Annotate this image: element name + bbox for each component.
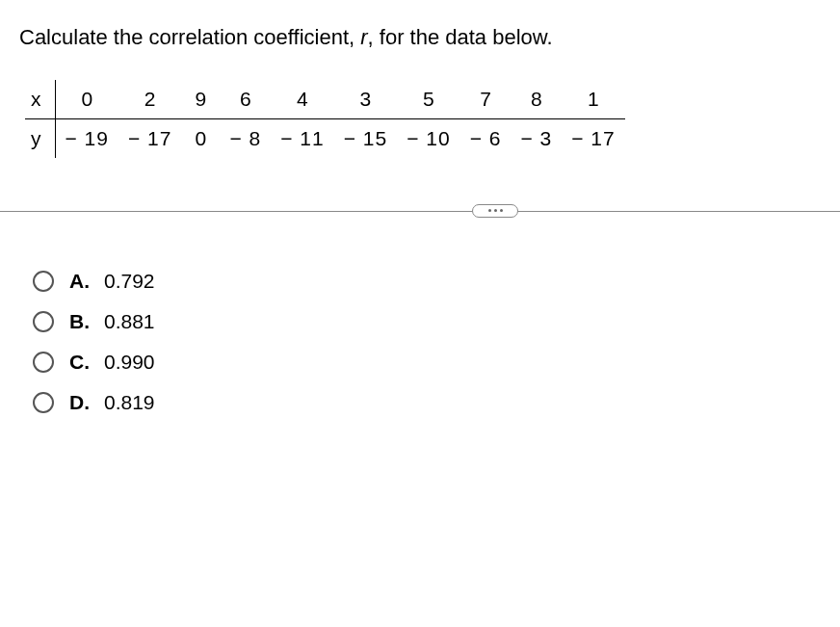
option-value: 0.792	[104, 270, 155, 293]
question-text: Calculate the correlation coefficient, r…	[19, 23, 821, 53]
dot-icon	[494, 209, 497, 212]
radio-a[interactable]	[33, 271, 54, 292]
option-c: C. 0.990	[33, 351, 821, 374]
cell: 4	[271, 80, 333, 119]
cell: 2	[118, 80, 181, 119]
cell: 3	[334, 80, 397, 119]
option-letter: C.	[69, 351, 94, 374]
cell: 9	[181, 80, 220, 119]
option-d: D. 0.819	[33, 391, 821, 414]
cell: − 11	[271, 118, 333, 158]
cell: 6	[220, 80, 271, 119]
option-letter: D.	[69, 391, 94, 414]
data-table: x 0 2 9 6 4 3 5 7 8 1 y − 19 − 17 0 − 8 …	[25, 80, 625, 158]
option-letter: A.	[69, 270, 94, 293]
cell: − 17	[562, 118, 624, 158]
cell: 7	[460, 80, 512, 119]
question-prefix: Calculate the correlation coefficient,	[19, 25, 360, 49]
option-b: B. 0.881	[33, 310, 821, 333]
cell: 1	[562, 80, 624, 119]
cell: − 15	[334, 118, 397, 158]
option-letter: B.	[69, 310, 94, 333]
question-suffix: , for the data below.	[368, 25, 553, 49]
cell: 0	[181, 118, 220, 158]
option-value: 0.990	[104, 351, 155, 374]
option-a: A. 0.792	[33, 270, 821, 293]
radio-d[interactable]	[33, 392, 54, 413]
question-variable: r	[360, 25, 367, 49]
table-row: x 0 2 9 6 4 3 5 7 8 1	[25, 80, 625, 119]
row-label-x: x	[25, 80, 55, 119]
cell: − 10	[397, 118, 459, 158]
expand-toggle[interactable]	[472, 204, 518, 218]
answer-options: A. 0.792 B. 0.881 C. 0.990 D. 0.819	[19, 270, 821, 414]
cell: 0	[55, 80, 118, 119]
row-label-y: y	[25, 118, 55, 158]
divider-line	[0, 211, 840, 212]
radio-c[interactable]	[33, 352, 54, 373]
cell: 5	[397, 80, 459, 119]
cell: − 6	[460, 118, 512, 158]
option-value: 0.819	[104, 391, 155, 414]
dot-icon	[488, 209, 491, 212]
cell: − 3	[511, 118, 562, 158]
radio-b[interactable]	[33, 311, 54, 332]
table-row: y − 19 − 17 0 − 8 − 11 − 15 − 10 − 6 − 3…	[25, 118, 625, 158]
section-divider	[0, 204, 840, 218]
option-value: 0.881	[104, 310, 155, 333]
cell: − 19	[55, 118, 118, 158]
dot-icon	[500, 209, 503, 212]
cell: − 17	[118, 118, 181, 158]
cell: 8	[511, 80, 562, 119]
cell: − 8	[220, 118, 271, 158]
